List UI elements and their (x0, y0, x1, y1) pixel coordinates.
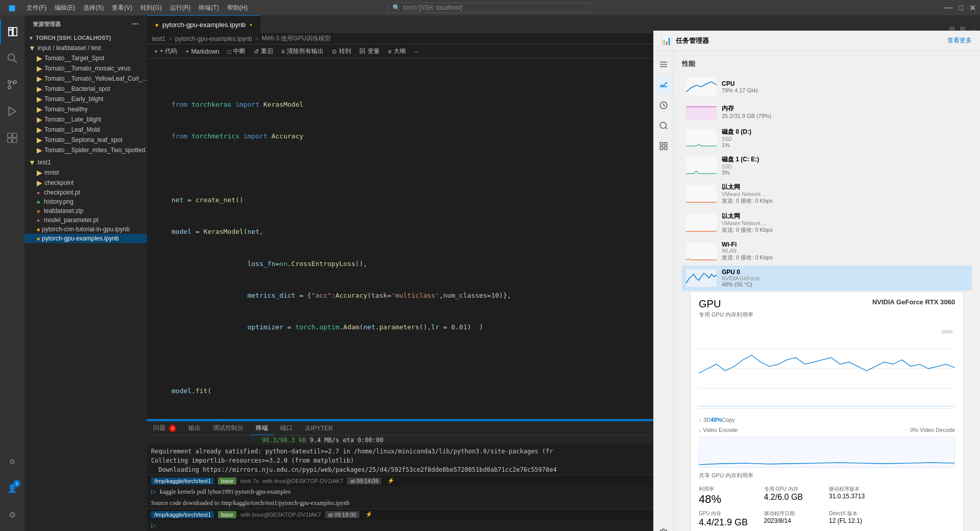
remote-activity-icon[interactable]: ⚙ (0, 449, 24, 474)
perf-item-disk0[interactable]: 磁盘 0 (D:) SSD 1% (682, 125, 972, 151)
account-activity-icon[interactable]: 👤 1 (0, 476, 24, 500)
tree-item-leaf-mold[interactable]: ▶ Tomato__Leaf_Mold (24, 125, 147, 135)
tm-title: 任务管理器 (676, 36, 709, 45)
tm-nav-performance[interactable] (654, 76, 673, 94)
breadcrumb-part3[interactable]: M#6-3.使用GPU训练模型 (262, 34, 331, 43)
explorer-activity-icon[interactable] (0, 19, 24, 44)
breadcrumb-sep1: > (168, 35, 172, 42)
tree-item-spider[interactable]: ▶ Tomato__Spider_mites_Two_spotted... (24, 145, 147, 155)
svg-rect-48 (664, 147, 667, 150)
terminal-info-1: took 7s (240, 478, 258, 484)
tree-item-leafdataset-zip[interactable]: ■ leafdataset.zip (24, 206, 147, 215)
eth1-value: 发送: 0 接收: 0 Kbps (722, 197, 968, 205)
search-activity-icon[interactable] (0, 46, 24, 70)
tab-debug[interactable]: 调试控制台 (207, 422, 250, 435)
mem-name: 内存 (722, 104, 968, 113)
source-control-activity-icon[interactable] (0, 73, 24, 97)
menu-help[interactable]: 帮助(H) (224, 4, 251, 12)
problem-badge: 9 (169, 425, 176, 432)
menu-goto[interactable]: 转到(G) (137, 4, 164, 12)
tree-item-septoria[interactable]: ▶ Tomato__Septoria_leaf_spot (24, 135, 147, 145)
wifi-name: Wi-Fi (722, 241, 968, 248)
perf-item-eth1[interactable]: 以太网 VMware Network ... 发送: 0 接收: 0 Kbps (682, 180, 972, 208)
search-input[interactable]: torch [SSH: localhost] (403, 4, 462, 11)
tree-item-yellowleaf[interactable]: ▶ Tomato__Tomato_YellowLeaf_Curl_... (24, 74, 147, 84)
more-toolbar-btn[interactable]: ··· (411, 47, 422, 56)
goto-btn[interactable]: ⊙转到 (329, 46, 354, 57)
tree-item-test1[interactable]: ▼ test1 (24, 157, 147, 167)
tab-jupyter[interactable]: JUPYTER (299, 423, 339, 434)
add-markdown-btn[interactable]: +Markdown (182, 47, 222, 56)
tm-more-btn[interactable]: 查看更多 (947, 36, 972, 45)
menu-view[interactable]: 查看(V) (109, 4, 135, 12)
clear-output-btn[interactable]: ≡清除所有输出 (278, 46, 327, 57)
tree-item-history-png[interactable]: ■ history.png (24, 197, 147, 206)
cpu-name: CPU (722, 80, 968, 87)
svg-rect-61 (686, 243, 717, 260)
tree-item-cnn-tutorial[interactable]: ■ pytorch-cnn-tutorial-in-gpu.ipynb (24, 225, 147, 234)
mem-mini-chart (686, 103, 717, 120)
outline-btn[interactable]: ≡大纲 (385, 46, 409, 57)
tab-output[interactable]: 输出 (182, 422, 207, 435)
tree-item-healthy[interactable]: ▶ Tomato_healthy (24, 104, 147, 114)
gpu-name: NVIDIA GeForce RTX 3060 (872, 298, 955, 306)
extensions-activity-icon[interactable] (0, 126, 24, 150)
tree-item-mnist[interactable]: ▶ mnist (24, 167, 147, 178)
folder-icon: ▶ (37, 85, 42, 93)
tree-item-mosaic[interactable]: ▶ Tomato__Tomato_mosaic_virus (24, 63, 147, 74)
tm-nav-menu[interactable] (654, 55, 673, 74)
perf-item-disk1[interactable]: 磁盘 1 (C: E:) SSD 3% (682, 152, 972, 179)
tree-item-early-blight[interactable]: ▶ Tomato__Early_blight (24, 94, 147, 104)
svg-line-1 (14, 60, 17, 63)
interrupt-btn[interactable]: □中断 (225, 46, 249, 57)
restart-btn[interactable]: ↺重启 (251, 46, 276, 57)
menu-file[interactable]: 文件(F) (23, 4, 50, 12)
tab-terminal[interactable]: 终端 (250, 422, 274, 435)
minimize-icon[interactable]: — (945, 3, 953, 12)
menu-terminal[interactable]: 终端(T) (195, 4, 222, 12)
breadcrumb-part2[interactable]: pytorch-gpu-examples.ipynb (175, 35, 252, 42)
sublabel-3d: 3D (703, 417, 710, 423)
svg-rect-6 (8, 133, 12, 137)
tree-item-gpu-examples[interactable]: ■ pytorch-gpu-examples.ipynb (24, 234, 147, 243)
tree-item-model-parameter[interactable]: ● model_parameter.pt (24, 215, 147, 225)
perf-item-eth2[interactable]: 以太网 VMware Network ... 发送: 0 接收: 0 Kbps (682, 209, 972, 237)
tree-item-target-spot[interactable]: ▶ Tomato__Target_Spot (24, 53, 147, 63)
breadcrumb-part1[interactable]: test1 (152, 35, 165, 42)
close-icon[interactable]: ✕ (969, 3, 976, 13)
menu-edit[interactable]: 编辑(E) (52, 4, 78, 12)
perf-item-cpu[interactable]: CPU 79% 4.17 GHz (682, 75, 972, 99)
run-debug-activity-icon[interactable] (0, 99, 24, 124)
menu-select[interactable]: 选择(S) (80, 4, 107, 12)
menu-run[interactable]: 运行(R) (167, 4, 194, 12)
svg-rect-59 (686, 214, 717, 232)
sidebar-menu-icon[interactable]: ··· (132, 19, 139, 29)
tab-gpu-examples[interactable]: ■ pytorch-gpu-examples.ipynb ● (147, 15, 260, 33)
tab-problems[interactable]: 问题 9 (147, 422, 182, 435)
svg-point-0 (8, 54, 15, 61)
perf-item-mem[interactable]: 内存 25.2/31.9 GB (79%) (682, 100, 972, 124)
tree-item-checkpoint-pt[interactable]: ● checkpoint.pt (24, 188, 147, 197)
tm-nav-history[interactable] (654, 96, 673, 114)
tree-item-bacterial[interactable]: ▶ Tomato__Bacterial_spot (24, 84, 147, 94)
tm-nav-details[interactable] (654, 116, 673, 135)
tree-item-input-leafdataset[interactable]: ▼ input / leafdataset / test (24, 43, 147, 53)
tree-item-late-blight[interactable]: ▶ Tomato__Late_blight (24, 114, 147, 125)
disk0-info: 磁盘 0 (D:) SSD 1% (722, 128, 968, 148)
perf-item-wifi[interactable]: Wi-Fi WLAN 发送: 0 接收: 0 Kbps (682, 238, 972, 264)
terminal-time-1: at 09:14:09 (347, 477, 381, 485)
tm-nav-settings[interactable] (654, 524, 673, 531)
variables-btn[interactable]: 回变量 (356, 46, 383, 57)
perf-item-gpu0[interactable]: GPU 0 NVIDIA GeForce... 48% (55 °C) (682, 266, 972, 291)
tree-item-checkpoint[interactable]: ▶ checkpoint (24, 178, 147, 188)
shared-gpu-label: 共享 GPU 内存利用率 (691, 470, 963, 481)
tm-nav-services[interactable] (654, 137, 673, 155)
settings-activity-icon[interactable]: ⚙ (0, 502, 24, 527)
app-container: ⚙ 👤 1 ⚙ 资源管理器 ··· ▼ TORCH [SSH: LOCALHOS… (0, 15, 980, 531)
svg-point-2 (8, 81, 11, 84)
eth2-name: 以太网 (722, 212, 968, 221)
add-code-btn[interactable]: ++ 代码 (151, 46, 180, 57)
maximize-icon[interactable]: □ (959, 4, 963, 12)
tab-ports[interactable]: 端口 (274, 422, 299, 435)
svg-text:100%: 100% (942, 329, 953, 334)
